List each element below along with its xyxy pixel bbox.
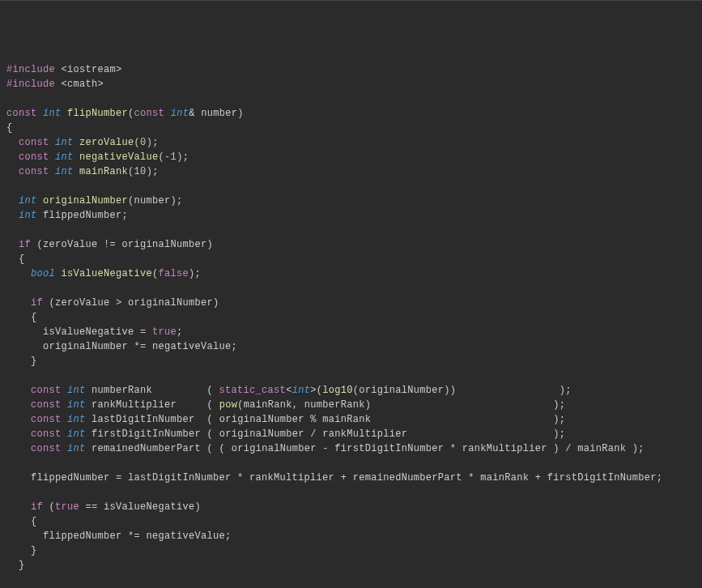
keyword-if: if bbox=[31, 501, 43, 513]
identifier: mainRank bbox=[244, 399, 292, 411]
builtin-function: log10 bbox=[322, 385, 353, 396]
identifier: isValueNegative bbox=[104, 501, 195, 513]
brace: { bbox=[19, 254, 25, 265]
identifier: lastDigitInNumber bbox=[91, 414, 195, 425]
identifier: zeroValue bbox=[55, 297, 110, 309]
identifier: firstDigitInNumber bbox=[334, 443, 444, 454]
keyword-const: const bbox=[31, 443, 62, 454]
identifier: mainRank bbox=[322, 414, 371, 425]
identifier: mainRank bbox=[577, 443, 626, 454]
number-literal: -1 bbox=[164, 151, 177, 163]
line: int flippedNumber; bbox=[6, 210, 128, 221]
identifier: remainedNumberPart bbox=[91, 443, 201, 454]
identifier: number bbox=[201, 108, 237, 119]
blank-line bbox=[6, 93, 13, 104]
blank-line bbox=[6, 458, 13, 469]
keyword-int: int bbox=[55, 166, 74, 177]
identifier: isValueNegative bbox=[62, 268, 153, 279]
identifier: number bbox=[134, 195, 171, 207]
identifier: originalNumber bbox=[232, 443, 317, 454]
keyword-int: int bbox=[67, 428, 86, 440]
identifier: flippedNumber bbox=[31, 472, 110, 484]
identifier: isValueNegative bbox=[43, 326, 134, 338]
identifier: negativeValue bbox=[152, 341, 232, 352]
line: { bbox=[6, 516, 37, 527]
keyword-true: true bbox=[152, 326, 177, 338]
identifier: originalNumber bbox=[219, 414, 304, 425]
brace: { bbox=[31, 516, 37, 527]
keyword-const: const bbox=[31, 385, 62, 396]
line: originalNumber *= negativeValue; bbox=[6, 341, 237, 352]
brace: } bbox=[31, 545, 37, 556]
blank-line bbox=[6, 370, 13, 381]
identifier: zeroValue bbox=[43, 239, 98, 250]
keyword-const: const bbox=[134, 108, 165, 119]
keyword-int: int bbox=[19, 210, 37, 221]
keyword-false: false bbox=[159, 268, 189, 279]
line: const int flipNumber(const int& number) bbox=[6, 108, 244, 119]
line: if (zeroValue > originalNumber) bbox=[6, 297, 219, 309]
builtin-function: pow bbox=[219, 399, 238, 411]
keyword-const: const bbox=[31, 428, 62, 440]
keyword-const: const bbox=[31, 399, 62, 411]
keyword-const: const bbox=[6, 108, 37, 119]
include-header: <iostream> bbox=[62, 64, 122, 75]
identifier: negativeValue bbox=[79, 151, 159, 163]
line: } bbox=[6, 545, 37, 556]
identifier: flippedNumber bbox=[43, 210, 122, 221]
identifier: originalNumber bbox=[128, 297, 213, 309]
line: const int firstDigitInNumber ( originalN… bbox=[6, 428, 565, 440]
blank-line bbox=[6, 283, 13, 294]
keyword-int: int bbox=[67, 414, 86, 425]
line: const int remainedNumberPart ( ( origina… bbox=[6, 443, 645, 454]
identifier: negativeValue bbox=[147, 530, 226, 542]
keyword-const: const bbox=[19, 166, 49, 177]
line: if (zeroValue != originalNumber) bbox=[6, 239, 213, 250]
blank-line bbox=[6, 574, 13, 586]
keyword-bool: bool bbox=[31, 268, 55, 279]
keyword-if: if bbox=[19, 239, 31, 250]
brace: { bbox=[31, 312, 37, 323]
type-parameter: int bbox=[292, 385, 311, 396]
line: const int lastDigitInNumber ( originalNu… bbox=[6, 414, 565, 425]
identifier: numberRank bbox=[91, 385, 152, 396]
line: if (true == isValueNegative) bbox=[6, 501, 201, 513]
identifier: firstDigitInNumber bbox=[547, 472, 657, 484]
keyword-int: int bbox=[67, 399, 86, 411]
line: const int zeroValue(0); bbox=[6, 137, 159, 148]
identifier: rankMultiplier bbox=[462, 443, 547, 454]
line: #include <cmath> bbox=[6, 79, 104, 90]
brace: } bbox=[31, 356, 37, 367]
function-name: flipNumber bbox=[67, 108, 128, 119]
line: { bbox=[6, 254, 25, 265]
keyword-int: int bbox=[171, 108, 189, 119]
identifier: zeroValue bbox=[79, 137, 134, 148]
line: } bbox=[6, 356, 37, 367]
keyword-int: int bbox=[19, 195, 37, 207]
line: flippedNumber = lastDigitInNumber * rank… bbox=[6, 472, 662, 484]
code-editor[interactable]: #include <iostream> #include <cmath> con… bbox=[6, 62, 696, 588]
identifier: numberRank bbox=[304, 399, 365, 411]
identifier: originalNumber bbox=[219, 428, 304, 440]
line: int originalNumber(number); bbox=[6, 195, 183, 207]
preprocessor-directive: #include bbox=[6, 79, 55, 90]
keyword-int: int bbox=[67, 443, 86, 454]
blank-line bbox=[6, 487, 13, 498]
identifier: mainRank bbox=[79, 166, 128, 177]
line: isValueNegative = true; bbox=[6, 326, 183, 338]
keyword-if: if bbox=[31, 297, 43, 309]
identifier: originalNumber bbox=[43, 195, 128, 207]
include-header: <cmath> bbox=[62, 79, 104, 90]
identifier: rankMultiplier bbox=[322, 428, 407, 440]
line: const int mainRank(10); bbox=[6, 166, 159, 177]
preprocessor-directive: #include bbox=[6, 64, 55, 75]
line: const int numberRank ( static_cast<int>(… bbox=[6, 385, 572, 396]
keyword-const: const bbox=[19, 137, 49, 148]
keyword-int: int bbox=[55, 137, 74, 148]
identifier: rankMultiplier bbox=[91, 399, 177, 411]
identifier: originalNumber bbox=[122, 239, 207, 250]
line: #include <iostream> bbox=[6, 64, 122, 75]
keyword-int: int bbox=[67, 385, 86, 396]
number-literal: 10 bbox=[134, 166, 147, 177]
identifier: lastDigitInNumber bbox=[128, 472, 232, 484]
